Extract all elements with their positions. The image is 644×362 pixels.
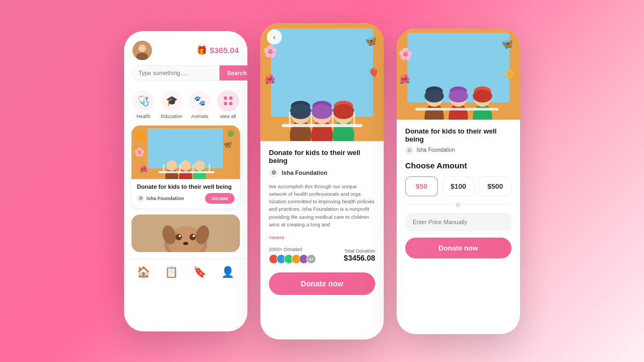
svg-rect-5 [224, 102, 227, 105]
foundation-icon: ⊙ [137, 195, 144, 202]
donate-now-button[interactable]: Donate now [269, 272, 375, 295]
phone-3: 🌸 🦋 🌺 🌼 Donate for kids to their well be… [397, 28, 520, 334]
svg-text:🎈: 🎈 [368, 68, 380, 79]
svg-text:🦋: 🦋 [223, 140, 232, 149]
or-divider: or [405, 202, 511, 208]
p2-content: Donate for kids to their well being ⊙ Is… [260, 141, 384, 303]
phone-1: 🎁 $365.04 Search 🩺 Health 🎓 Education 🐾 … [124, 31, 247, 331]
amount-btn-500[interactable]: $500 [479, 176, 511, 196]
nav-bookmark-icon[interactable]: 🔖 [193, 265, 207, 278]
category-animals[interactable]: 🐾 Animals [189, 90, 210, 119]
svg-point-9 [135, 132, 144, 141]
svg-point-1 [138, 45, 146, 52]
svg-rect-6 [229, 102, 232, 105]
avatar-more: 9+ [306, 254, 316, 264]
back-button[interactable]: ‹ [267, 29, 282, 45]
amount-btn-50[interactable]: $50 [405, 176, 438, 196]
p2-stats: 2000+ Donated 9+ Total Donation $3456.08 [269, 247, 375, 264]
avatar-group: 9+ [269, 254, 316, 264]
svg-text:🌸: 🌸 [134, 147, 145, 157]
svg-point-31 [193, 235, 195, 237]
p2-title: Donate for kids to their well being [269, 149, 375, 165]
donate-now-button-p3[interactable]: Donate now [405, 238, 511, 258]
svg-point-75 [473, 90, 492, 102]
donate-button-sm[interactable]: Donate [205, 193, 235, 204]
search-bar: Search [131, 65, 240, 80]
balance-display: 🎁 $365.04 [196, 45, 239, 55]
svg-text:🌸: 🌸 [398, 47, 413, 61]
kids-card-image: 🌸 🦋 🌺 [131, 125, 240, 179]
donated-stat: 2000+ Donated 9+ [269, 247, 316, 264]
svg-text:🌼: 🌼 [504, 69, 515, 79]
avatar[interactable] [133, 41, 152, 60]
svg-point-15 [166, 160, 177, 171]
svg-point-32 [183, 242, 188, 245]
phone-2: ‹ 🌸 🦋 🌺 🎈 [260, 23, 384, 339]
svg-rect-20 [158, 171, 215, 173]
svg-text:🌺: 🌺 [399, 74, 410, 84]
card-footer: ⊙ Isha Foundation Donate [137, 193, 235, 204]
p2-hero-image: ‹ 🌸 🦋 🌺 🎈 [260, 23, 384, 141]
manual-price-input[interactable] [405, 213, 511, 231]
svg-rect-53 [282, 124, 362, 127]
svg-point-71 [449, 90, 468, 102]
svg-point-28 [175, 234, 182, 240]
svg-point-52 [333, 104, 354, 119]
p3-content: Donate for kids to their well being ⊙ Is… [397, 120, 520, 266]
svg-point-48 [311, 104, 333, 119]
svg-point-67 [425, 90, 444, 102]
category-viewall[interactable]: view all [217, 90, 239, 119]
svg-rect-4 [229, 97, 232, 100]
svg-point-19 [194, 160, 205, 171]
amount-btn-100[interactable]: $100 [442, 176, 475, 196]
amount-options: $50 $100 $500 [405, 176, 511, 196]
kids-card-info: Donate for kids to their well being ⊙ Is… [131, 179, 240, 208]
svg-point-29 [189, 234, 196, 240]
svg-text:🌺: 🌺 [140, 165, 148, 173]
choose-amount-label: Choose Amount [405, 161, 511, 170]
p1-header: 🎁 $365.04 [124, 31, 247, 65]
svg-text:🌸: 🌸 [263, 44, 278, 58]
svg-point-10 [228, 130, 234, 137]
svg-rect-76 [415, 108, 499, 110]
search-button[interactable]: Search [219, 65, 247, 80]
p2-description: We accomplish this through our unique ne… [269, 183, 375, 229]
p2-foundation: ⊙ Isha Foundation [269, 168, 375, 178]
more-link[interactable]: +more [269, 234, 284, 240]
nav-home-icon[interactable]: 🏠 [137, 265, 150, 278]
category-education[interactable]: 🎓 Education [161, 90, 182, 119]
wallet-icon: 🎁 [196, 45, 207, 55]
category-health[interactable]: 🩺 Health [133, 90, 154, 119]
svg-text:🦋: 🦋 [501, 38, 514, 50]
svg-point-44 [290, 104, 311, 119]
svg-point-17 [180, 160, 191, 171]
svg-text:🌺: 🌺 [265, 74, 275, 84]
p3-title: Donate for kids to their well being [405, 127, 511, 143]
p3-hero-image: 🌸 🦋 🌺 🌼 [397, 28, 520, 120]
svg-point-30 [179, 235, 181, 237]
kids-donation-card[interactable]: 🌸 🦋 🌺 Donate for kids to their well bein… [131, 125, 240, 208]
total-stat: Total Donation $3456.08 [344, 248, 375, 262]
p3-foundation-icon: ⊙ [405, 146, 414, 154]
svg-text:🦋: 🦋 [365, 35, 377, 47]
svg-rect-3 [224, 97, 227, 100]
nav-list-icon[interactable]: 📋 [165, 265, 178, 278]
dog-card[interactable] [131, 215, 240, 252]
nav-user-icon[interactable]: 👤 [221, 265, 235, 278]
p3-foundation: ⊙ Isha Foundation [405, 146, 511, 154]
bottom-nav: 🏠 📋 🔖 👤 [124, 258, 247, 284]
foundation-tag: ⊙ Isha Foundation [137, 195, 184, 202]
p2-foundation-icon: ⊙ [269, 168, 279, 178]
categories-row: 🩺 Health 🎓 Education 🐾 Animals view all [124, 88, 247, 125]
search-input[interactable] [131, 65, 219, 80]
